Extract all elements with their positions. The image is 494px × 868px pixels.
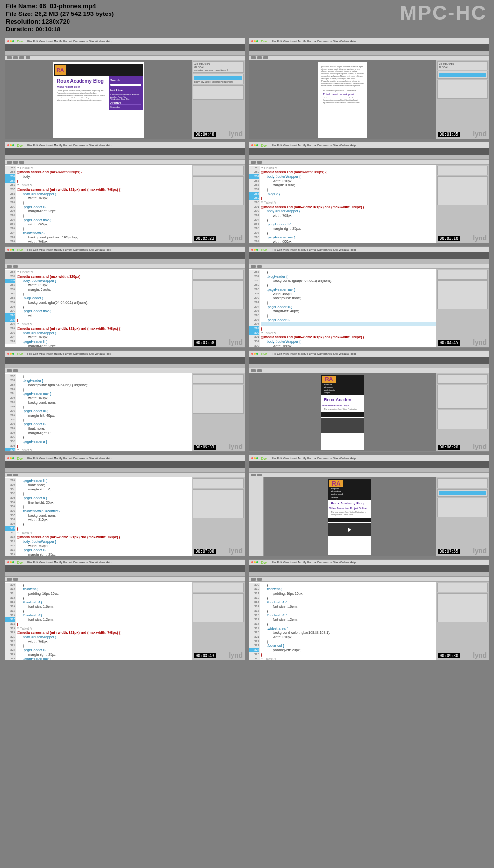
watermark: MPC-HC bbox=[400, 1, 487, 25]
blog-text: Lorem ipsum dolor sit amet, consectetur … bbox=[54, 88, 109, 102]
code-editor[interactable]: 3093103113123133143153163173183193203213… bbox=[5, 582, 192, 660]
thumbnail-grid: DwFile Edit View Insert Modify Format Co… bbox=[5, 38, 489, 660]
side-panel: ALL DEVICESGLOBALselector | common_condi… bbox=[192, 60, 245, 139]
blog-title: Roux Academy Blog bbox=[54, 76, 109, 85]
thumbnail[interactable]: DwFile Edit View Insert Modify Format Co… bbox=[249, 559, 489, 660]
code-editor[interactable]: 2993003013023033043053063073083093103113… bbox=[5, 477, 192, 556]
blog-sidebar: Search Hot Links Conference Schedule At … bbox=[109, 76, 143, 110]
thumbnail[interactable]: DwFile Edit View Insert Modify Format Co… bbox=[249, 455, 489, 556]
preview-pane: phasellus orci est vulput in ornare vive… bbox=[249, 60, 436, 139]
thumbnail[interactable]: DwFile Edit View Insert Modify Format Co… bbox=[5, 559, 245, 660]
thumbnail[interactable]: DwFile Edit View Insert Modify Format Co… bbox=[5, 38, 245, 139]
thumbnail[interactable]: DwFile Edit View Insert Modify Format Co… bbox=[5, 142, 245, 243]
timestamp: 00:01:35 bbox=[438, 132, 460, 137]
preview-pane: RA Roux Academy Blog Most recent post Lo… bbox=[5, 60, 192, 139]
menubar: DwFile Edit View Insert Modify Format Co… bbox=[5, 38, 245, 44]
blog-header: RA bbox=[54, 64, 143, 76]
lynda-watermark: lynd bbox=[473, 130, 487, 138]
thumbnail[interactable]: DwFile Edit View Insert Modify Format Co… bbox=[249, 142, 489, 243]
timestamp: 00:00:48 bbox=[194, 132, 216, 137]
file-info: File Name: 06_03-phones.mp4 File Size: 2… bbox=[6, 2, 114, 33]
lynda-watermark: lynd bbox=[229, 130, 243, 138]
thumbnail[interactable]: DwFile Edit View Insert Modify Format Co… bbox=[249, 38, 489, 139]
logo: RA bbox=[55, 65, 66, 75]
code-editor[interactable]: 2822832842852862872882892902912922932942… bbox=[249, 165, 436, 243]
thumbnail[interactable]: DwFile Edit View Insert Modify Format Co… bbox=[5, 455, 245, 556]
side-panel: ALL DEVICESGLOBAL bbox=[436, 60, 489, 139]
code-editor[interactable]: 3093103113123133143153163173183193203213… bbox=[249, 582, 436, 660]
toolbar bbox=[5, 44, 245, 51]
thumbnail[interactable]: DwFile Edit View Insert Modify Format Co… bbox=[249, 350, 489, 452]
preview-pane: RA programsadmissionsstudent portalcampu… bbox=[264, 477, 436, 556]
thumbnail[interactable]: DwFile Edit View Insert Modify Format Co… bbox=[5, 350, 245, 452]
menubar: DwFile Edit View Insert Modify Format Co… bbox=[249, 38, 489, 44]
tabs bbox=[5, 51, 245, 56]
code-editor[interactable]: 2862872882892902912922932942952962972982… bbox=[249, 269, 436, 348]
preview-pane: RA programsadmissionsstudent portalcampu… bbox=[249, 373, 436, 452]
search-input[interactable] bbox=[110, 84, 141, 86]
code-editor[interactable]: 2822832842852862872882892902912922932942… bbox=[5, 269, 192, 348]
thumbnail[interactable]: DwFile Edit View Insert Modify Format Co… bbox=[5, 246, 245, 348]
code-editor[interactable]: 2872882892902912922932942952962972982993… bbox=[5, 373, 192, 452]
subtoolbar bbox=[5, 56, 245, 60]
thumbnail[interactable]: DwFile Edit View Insert Modify Format Co… bbox=[249, 246, 489, 348]
code-editor[interactable]: 2822832842852862872882892902912922932942… bbox=[5, 165, 192, 243]
